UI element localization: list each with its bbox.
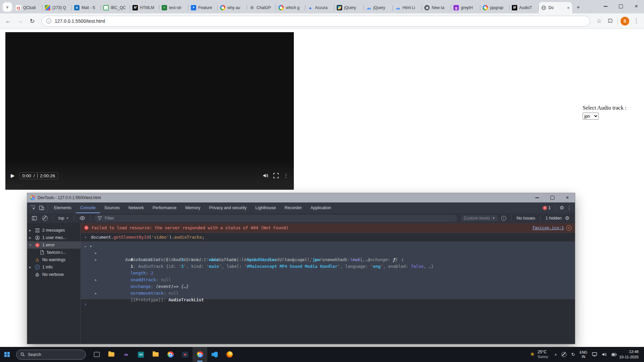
- network-request-icon[interactable]: ⇅: [566, 225, 572, 231]
- expander-icon[interactable]: ▶: [29, 229, 32, 232]
- tab-close-icon[interactable]: ×: [567, 5, 570, 10]
- devtools-minimize-button[interactable]: [530, 193, 545, 202]
- log-levels-dropdown[interactable]: Custom levels ▼: [461, 215, 498, 221]
- extensions-button[interactable]: [605, 15, 616, 27]
- browser-tab[interactable]: ≡test-str: [159, 2, 189, 13]
- close-button[interactable]: ×: [629, 0, 644, 13]
- weather-widget[interactable]: ☀ 25°C Sunny: [526, 350, 552, 359]
- taskbar-search[interactable]: Search: [16, 350, 86, 360]
- device-toolbar-button[interactable]: [37, 203, 46, 212]
- result-preview-row[interactable]: ◄ ▼AudioTrackList {0: AudioTrack, 1: Aud…: [81, 243, 575, 250]
- console-row[interactable]: onaddtrack: null: [81, 270, 575, 277]
- taskbar-folder[interactable]: [148, 347, 163, 362]
- console-filter-input[interactable]: Filter: [94, 215, 457, 222]
- expander-icon[interactable]: ▼: [29, 244, 32, 247]
- video-menu-icon[interactable]: ⋮: [283, 173, 288, 179]
- tab-lighthouse[interactable]: Lighthouse: [251, 202, 280, 213]
- devtools-maximize-button[interactable]: [545, 193, 560, 202]
- browser-tab-active[interactable]: Do ×: [539, 2, 572, 13]
- forward-button[interactable]: →: [14, 15, 26, 27]
- browser-tab[interactable]: ▼Feature: [189, 2, 218, 13]
- taskbar-task-view[interactable]: [89, 347, 104, 362]
- console-row[interactable]: onremovetrack: null: [81, 283, 575, 290]
- expander-icon[interactable]: ▶: [95, 250, 97, 256]
- tab-elements[interactable]: Elements: [50, 202, 76, 213]
- browser-tab[interactable]: ☁jQuery: [364, 2, 393, 13]
- context-selector[interactable]: top ▼: [57, 216, 70, 221]
- browser-tab[interactable]: QQCtudi: [13, 2, 43, 13]
- browser-tab[interactable]: MHTMLM: [130, 2, 159, 13]
- browser-tab[interactable]: ggreytH: [451, 2, 480, 13]
- seek-cursor[interactable]: [37, 173, 38, 178]
- expander-icon[interactable]: ▶: [95, 290, 97, 297]
- error-count-badge[interactable]: ✕ 1: [543, 205, 551, 210]
- browser-tab[interactable]: oMail - S: [72, 2, 101, 13]
- tab-network[interactable]: Network: [124, 202, 148, 213]
- tab-performance[interactable]: Performance: [148, 202, 181, 213]
- browser-tab[interactable]: why au: [218, 2, 247, 13]
- sidebar-item-errors[interactable]: ▼ ✕ 1 error: [27, 241, 80, 249]
- reload-button[interactable]: ↻: [26, 15, 38, 27]
- taskbar-s3-browser[interactable]: S3: [133, 347, 148, 362]
- site-info-icon[interactable]: i: [46, 18, 51, 23]
- live-expression-button[interactable]: [78, 214, 87, 223]
- console-row[interactable]: length: 2: [81, 263, 575, 270]
- fullscreen-icon[interactable]: [273, 173, 279, 178]
- tray-volume-button[interactable]: [599, 347, 609, 362]
- expander-icon[interactable]: ▶: [95, 256, 97, 263]
- expander-icon[interactable]: ▶: [29, 266, 32, 269]
- address-bar[interactable]: i 127.0.0.1:5500/test.html: [42, 16, 590, 26]
- tab-application[interactable]: Application: [306, 202, 335, 213]
- new-tab-button[interactable]: +: [574, 3, 583, 12]
- taskbar-app[interactable]: [178, 347, 193, 362]
- url-text[interactable]: 127.0.0.1:5500/test.html: [55, 18, 105, 24]
- browser-tab[interactable]: MAudioT: [509, 2, 539, 13]
- devtools-titlebar[interactable]: DevTools - 127.0.0.1:5500/test.html ×: [27, 193, 575, 202]
- sidebar-item-messages[interactable]: ▶ 2 messages: [27, 227, 80, 234]
- console-row[interactable]: ▶0: AudioTrack {id: '2', kind: 'main', l…: [81, 250, 575, 256]
- console-settings-icon[interactable]: ⚙: [565, 215, 570, 221]
- error-source-link[interactable]: favicon.ico:1: [532, 226, 564, 230]
- video-player[interactable]: ▶ 0:00 / 2:00:26 ⋮: [5, 32, 294, 190]
- browser-tab[interactable]: ▲Accura: [305, 2, 334, 13]
- issues-status[interactable]: No Issues: [517, 216, 535, 221]
- bookmark-button[interactable]: ☆: [593, 15, 605, 27]
- tab-console[interactable]: Console: [76, 202, 100, 213]
- tab-search-button[interactable]: ∨: [3, 2, 12, 12]
- browser-tab[interactable]: ☁Html Li: [393, 2, 422, 13]
- console-error-row[interactable]: ✕ Failed to load resource: the server re…: [81, 223, 575, 233]
- tray-expand-button[interactable]: ∧: [552, 347, 559, 362]
- tray-display-button[interactable]: [590, 347, 599, 362]
- sidebar-item-verbose[interactable]: No verbose: [27, 271, 80, 278]
- browser-tab[interactable]: ✻ChatGP: [247, 2, 276, 13]
- taskbar-vscode[interactable]: [207, 347, 222, 362]
- tab-privacy-security[interactable]: Privacy and security: [205, 202, 251, 213]
- volume-icon[interactable]: [263, 173, 269, 178]
- taskbar-visual-studio[interactable]: ∞: [119, 347, 133, 362]
- settings-gear-icon[interactable]: ⚙: [560, 205, 564, 211]
- inspect-element-button[interactable]: [29, 203, 37, 212]
- maximize-button[interactable]: [613, 0, 629, 13]
- clear-console-button[interactable]: [41, 214, 49, 223]
- tab-sources[interactable]: Sources: [100, 202, 124, 213]
- devtools-menu-icon[interactable]: ⋮: [567, 205, 572, 210]
- sidebar-item-favicon[interactable]: favicon.i...: [27, 249, 80, 256]
- profile-avatar[interactable]: S: [621, 17, 629, 25]
- language-indicator[interactable]: ENG IN: [577, 347, 590, 362]
- browser-tab[interactable]: jQuery: [334, 2, 364, 13]
- console-row[interactable]: ▶onchange: (event)=> {…}: [81, 277, 575, 283]
- expander-icon[interactable]: ▶: [29, 236, 32, 239]
- devtools-close-button[interactable]: ×: [560, 193, 575, 202]
- browser-menu-button[interactable]: ⋮: [631, 15, 642, 27]
- clock-widget[interactable]: 13:48 10-11-2025: [619, 349, 642, 360]
- start-button[interactable]: [0, 347, 14, 362]
- audio-track-select[interactable]: jpn: [583, 113, 599, 120]
- browser-tab[interactable]: New ta: [422, 2, 451, 13]
- back-button[interactable]: ←: [2, 15, 14, 27]
- sidebar-item-info[interactable]: ▶ i 1 info: [27, 263, 80, 271]
- tab-recorder[interactable]: Recorder: [280, 202, 306, 213]
- browser-tab[interactable]: jqxgrap: [480, 2, 509, 13]
- tab-memory[interactable]: Memory: [181, 202, 205, 213]
- sidebar-item-user-messages[interactable]: ▶ 1 user mes...: [27, 234, 80, 241]
- taskbar-file-explorer[interactable]: [104, 347, 119, 362]
